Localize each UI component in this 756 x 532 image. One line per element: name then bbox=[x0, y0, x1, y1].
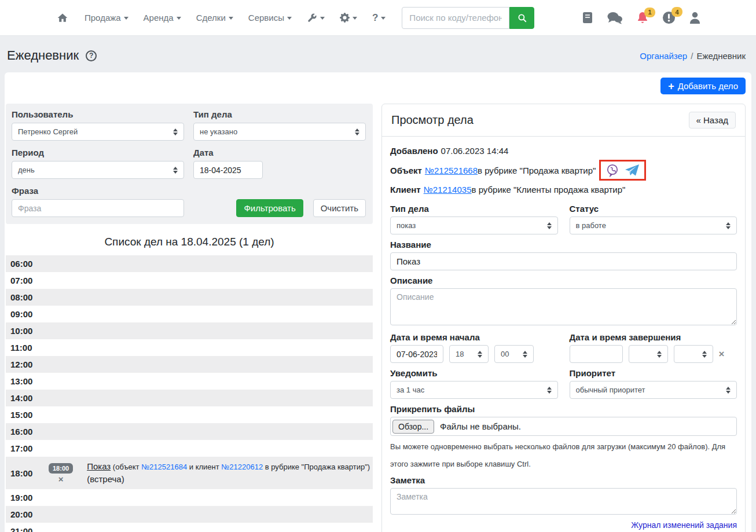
end-hour-select[interactable] bbox=[629, 345, 668, 363]
notify-select[interactable]: за 1 час bbox=[390, 381, 558, 399]
annotation-highlight-box bbox=[599, 160, 646, 181]
clear-button[interactable]: Очистить bbox=[313, 199, 366, 217]
schedule-row[interactable]: 07:00 bbox=[6, 272, 373, 289]
person-icon bbox=[689, 12, 700, 24]
bell-badge: 1 bbox=[644, 8, 655, 17]
priority-label: Приоритет bbox=[570, 368, 737, 378]
back-button[interactable]: « Назад bbox=[689, 112, 736, 129]
gear-icon bbox=[340, 13, 350, 23]
filter-button[interactable]: Фильтровать bbox=[236, 199, 303, 217]
alerts-icon[interactable]: 4 bbox=[662, 11, 676, 24]
schedule-row[interactable]: 10:00 bbox=[6, 322, 373, 339]
name-input[interactable] bbox=[390, 252, 737, 270]
messages-icon[interactable] bbox=[607, 12, 623, 24]
end-date-input[interactable] bbox=[570, 345, 623, 363]
event-badge-column: 18:00 × bbox=[49, 463, 73, 483]
schedule-row[interactable]: 19:00 bbox=[6, 489, 373, 506]
notifications-bell[interactable]: 1 bbox=[637, 12, 648, 24]
task-type-select[interactable]: показ bbox=[390, 217, 558, 234]
alerts-badge: 4 bbox=[671, 7, 682, 17]
event-title-link[interactable]: Показ bbox=[87, 461, 111, 471]
start-date-input[interactable] bbox=[390, 345, 443, 363]
search-input[interactable] bbox=[402, 7, 509, 29]
client-link[interactable]: №21214035 bbox=[424, 185, 472, 195]
select-arrows-icon bbox=[478, 351, 482, 358]
select-arrows-icon bbox=[173, 167, 178, 174]
schedule-row[interactable]: 14:00 bbox=[6, 390, 373, 406]
search-button[interactable] bbox=[509, 7, 534, 29]
event-client-link[interactable]: №21220612 bbox=[221, 463, 263, 471]
status-select[interactable]: в работе bbox=[570, 217, 737, 234]
user-select[interactable]: Петренко Сергей bbox=[12, 123, 184, 141]
schedule-row[interactable]: 17:00 bbox=[6, 440, 373, 457]
schedule-row[interactable]: 15:00 bbox=[6, 406, 373, 423]
journal-icon[interactable] bbox=[582, 12, 593, 24]
add-task-button[interactable]: + Добавить дело bbox=[660, 78, 746, 94]
schedule-row[interactable]: 12:00 bbox=[6, 356, 373, 373]
event-description: Показ (объект №212521684 и клиент №21220… bbox=[87, 460, 373, 486]
task-view-panel: Просмотр дела « Назад Добавлено 07.06.20… bbox=[381, 104, 746, 532]
note-textarea[interactable] bbox=[390, 488, 737, 515]
schedule-row[interactable]: 21:00 bbox=[6, 523, 373, 532]
breadcrumb-organizer-link[interactable]: Органайзер bbox=[640, 51, 687, 61]
phrase-input[interactable] bbox=[12, 199, 184, 217]
chevron-down-icon bbox=[320, 17, 325, 20]
schedule-row[interactable]: 08:00 bbox=[6, 289, 373, 306]
schedule-row[interactable]: 06:00 bbox=[6, 255, 373, 272]
period-filter-label: Период bbox=[12, 148, 184, 157]
schedule-row[interactable]: 20:00 bbox=[6, 506, 373, 523]
phrase-filter-label: Фраза bbox=[12, 186, 184, 196]
schedule-title: Список дел на 18.04.2025 (1 дел) bbox=[6, 236, 373, 248]
object-line: Объект №212521668 в рубрике "Продажа ква… bbox=[390, 160, 737, 181]
chevron-down-icon bbox=[124, 17, 129, 20]
added-line: Добавлено 07.06.2023 14:44 bbox=[390, 146, 737, 156]
navbar-right-icons: 1 4 bbox=[582, 11, 700, 24]
nav-item-sales[interactable]: Продажа bbox=[85, 13, 129, 23]
priority-select[interactable]: обычный приоритет bbox=[570, 381, 737, 399]
start-hour-select[interactable]: 18 bbox=[449, 345, 489, 363]
select-arrows-icon bbox=[547, 222, 552, 229]
note-label: Заметка bbox=[390, 475, 737, 485]
description-textarea[interactable] bbox=[390, 288, 737, 325]
help-menu[interactable]: ? bbox=[372, 12, 386, 24]
event-remove-icon[interactable]: × bbox=[58, 475, 64, 483]
chevron-down-icon bbox=[353, 17, 357, 20]
settings-menu[interactable] bbox=[340, 13, 357, 23]
browse-button[interactable]: Обзор... bbox=[392, 420, 434, 434]
task-type-filter-select[interactable]: не указано bbox=[193, 123, 366, 141]
profile-icon[interactable] bbox=[689, 12, 700, 24]
start-minute-select[interactable]: 00 bbox=[494, 345, 534, 363]
object-link[interactable]: №212521668 bbox=[425, 166, 478, 175]
filters-panel: Пользователь Петренко Сергей Тип дела не… bbox=[6, 104, 373, 224]
main-card: + Добавить дело Пользователь Петренко Се… bbox=[5, 72, 751, 532]
page-help-icon[interactable]: ? bbox=[86, 50, 97, 61]
nav-item-deals[interactable]: Сделки bbox=[196, 13, 233, 23]
date-filter-input[interactable] bbox=[193, 161, 263, 179]
event-object-link[interactable]: №212521684 bbox=[141, 463, 187, 471]
files-help-text: Вы можете одновременно выбрать несколько… bbox=[390, 438, 737, 473]
description-label: Описание bbox=[390, 276, 737, 285]
home-icon[interactable] bbox=[57, 12, 68, 24]
user-filter-label: Пользователь bbox=[12, 109, 184, 119]
search-icon bbox=[517, 13, 527, 23]
change-log-link[interactable]: Журнал изменений задания bbox=[631, 520, 737, 530]
period-select[interactable]: день bbox=[12, 161, 184, 179]
file-input[interactable]: Обзор... Файлы не выбраны. bbox=[390, 417, 737, 436]
schedule-row[interactable]: 09:00 bbox=[6, 306, 373, 322]
schedule-row[interactable]: 13:00 bbox=[6, 373, 373, 390]
schedule-row[interactable]: 11:00 bbox=[6, 339, 373, 356]
schedule-row-with-event[interactable]: 18:00 18:00 × Показ (объект №212521684 и… bbox=[6, 457, 373, 489]
clear-end-datetime-icon[interactable]: × bbox=[719, 348, 725, 360]
nav-item-services[interactable]: Сервисы bbox=[248, 13, 292, 23]
schedule-column: Пользователь Петренко Сергей Тип дела не… bbox=[6, 104, 373, 532]
telegram-icon[interactable] bbox=[625, 164, 640, 177]
notify-label: Уведомить bbox=[390, 368, 558, 378]
event-time-badge: 18:00 bbox=[49, 463, 73, 474]
viber-icon[interactable] bbox=[605, 163, 619, 177]
select-arrows-icon bbox=[726, 222, 731, 229]
chevron-down-icon bbox=[177, 17, 181, 20]
end-minute-select[interactable] bbox=[674, 345, 713, 363]
tools-menu[interactable] bbox=[307, 13, 325, 23]
nav-item-rent[interactable]: Аренда bbox=[144, 13, 181, 23]
schedule-row[interactable]: 16:00 bbox=[6, 423, 373, 440]
